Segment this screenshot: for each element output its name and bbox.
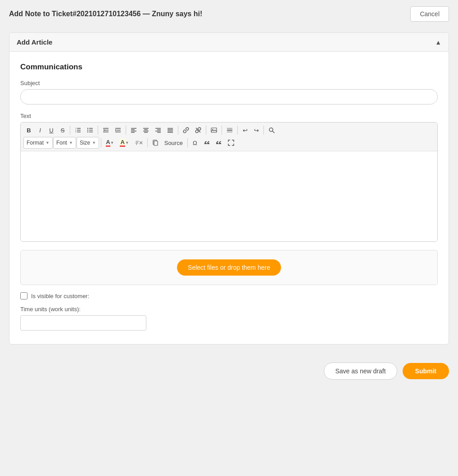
svg-marker-19 xyxy=(115,129,117,131)
text-label: Text xyxy=(20,113,438,119)
align-center-button[interactable] xyxy=(140,125,152,136)
align-right-button[interactable] xyxy=(152,125,164,136)
format-chevron: ▼ xyxy=(45,141,50,145)
unlink-button[interactable] xyxy=(192,125,204,136)
subject-field-group: Subject xyxy=(20,80,438,104)
toolbar-row-1: B I U S 1. 2. xyxy=(23,125,435,136)
page-header: Add Note to Ticket#2021012710123456 — Zn… xyxy=(0,0,458,28)
time-units-group: Time units (work units): xyxy=(20,306,438,331)
submit-button[interactable]: Submit xyxy=(403,363,449,379)
font-chevron: ▼ xyxy=(69,141,73,145)
customer-visible-label[interactable]: Is visible for customer: xyxy=(31,293,89,299)
align-left-button[interactable] xyxy=(128,125,140,136)
separator-2 xyxy=(98,126,98,135)
separator-4 xyxy=(178,126,178,135)
separator-8 xyxy=(263,126,264,135)
communications-title: Communications xyxy=(20,63,438,72)
add-article-card: Add Article ▲ Communications Subject Tex… xyxy=(9,32,449,345)
text-field-group: Text B I U S xyxy=(20,113,438,242)
source-button[interactable]: Source xyxy=(162,137,186,148)
page-footer: Save as new draft Submit xyxy=(0,354,458,389)
size-chevron: ▼ xyxy=(92,141,96,145)
bg-color-button[interactable]: A ▼ xyxy=(117,137,132,148)
svg-text:3.: 3. xyxy=(75,131,77,133)
time-units-input[interactable] xyxy=(20,315,146,331)
format-label: Format xyxy=(27,140,44,146)
separator-9 xyxy=(101,138,101,147)
italic-button[interactable]: I xyxy=(35,125,45,136)
block-quote-button[interactable] xyxy=(213,137,225,148)
size-label: Size xyxy=(80,140,90,146)
unordered-list-button[interactable] xyxy=(84,125,96,136)
collapse-icon[interactable]: ▲ xyxy=(435,39,441,46)
time-units-label: Time units (work units): xyxy=(20,306,438,313)
separator-3 xyxy=(126,126,126,135)
quote-button[interactable] xyxy=(201,137,213,148)
source-label: Source xyxy=(164,140,183,146)
size-dropdown[interactable]: Size ▼ xyxy=(77,137,99,149)
svg-point-11 xyxy=(87,131,88,132)
file-drop-zone[interactable]: Select files or drop them here xyxy=(20,250,438,285)
card-title: Add Article xyxy=(17,38,52,46)
subject-input[interactable] xyxy=(20,89,438,104)
font-dropdown[interactable]: Font ▼ xyxy=(53,137,76,149)
paste-image-button[interactable] xyxy=(150,137,161,148)
fullscreen-button[interactable] xyxy=(225,137,237,148)
undo-button[interactable]: ↩ xyxy=(240,125,250,136)
separator-10 xyxy=(147,138,148,147)
bold-button[interactable]: B xyxy=(23,125,34,136)
align-justify-button[interactable] xyxy=(164,125,176,136)
indent-increase-button[interactable] xyxy=(112,125,124,136)
card-body: Communications Subject Text B I U S xyxy=(9,52,449,344)
font-label: Font xyxy=(56,140,67,146)
clear-format-button[interactable]: T xyxy=(132,137,145,148)
file-select-button[interactable]: Select files or drop them here xyxy=(177,259,281,276)
subject-label: Subject xyxy=(20,80,438,86)
redo-button[interactable]: ↪ xyxy=(251,125,262,136)
svg-point-38 xyxy=(212,129,213,130)
svg-line-43 xyxy=(272,131,274,133)
ordered-list-button[interactable]: 1. 2. 3. xyxy=(72,125,84,136)
visibility-row: Is visible for customer: xyxy=(20,292,438,299)
text-editor: B I U S 1. 2. xyxy=(20,122,438,242)
special-char-button[interactable]: Ω xyxy=(190,137,200,148)
svg-rect-37 xyxy=(211,128,217,132)
font-color-button[interactable]: A ▼ xyxy=(103,137,117,148)
svg-marker-15 xyxy=(103,129,104,131)
horizontal-rule-button[interactable] xyxy=(224,125,236,136)
svg-point-10 xyxy=(87,130,88,131)
save-draft-button[interactable]: Save as new draft xyxy=(324,363,397,380)
page-title: Add Note to Ticket#2021012710123456 — Zn… xyxy=(9,10,202,18)
svg-point-9 xyxy=(87,128,88,129)
format-dropdown[interactable]: Format ▼ xyxy=(23,137,53,149)
find-button[interactable] xyxy=(266,125,277,136)
indent-decrease-button[interactable] xyxy=(100,125,112,136)
separator-11 xyxy=(187,138,188,147)
svg-rect-47 xyxy=(154,141,158,145)
editor-toolbar: B I U S 1. 2. xyxy=(21,122,437,151)
separator-5 xyxy=(206,126,206,135)
separator-7 xyxy=(237,126,238,135)
separator-1 xyxy=(70,126,70,135)
image-button[interactable] xyxy=(208,125,220,136)
link-button[interactable] xyxy=(180,125,192,136)
main-content: Add Article ▲ Communications Subject Tex… xyxy=(0,28,458,349)
toolbar-row-2: Format ▼ Font ▼ Size ▼ xyxy=(23,137,435,149)
editor-content-area[interactable] xyxy=(21,151,437,241)
cancel-button[interactable]: Cancel xyxy=(410,6,449,22)
underline-button[interactable]: U xyxy=(46,125,57,136)
card-header: Add Article ▲ xyxy=(9,33,449,52)
strikethrough-button[interactable]: S xyxy=(57,125,68,136)
separator-6 xyxy=(222,126,222,135)
customer-visible-checkbox[interactable] xyxy=(20,292,27,299)
